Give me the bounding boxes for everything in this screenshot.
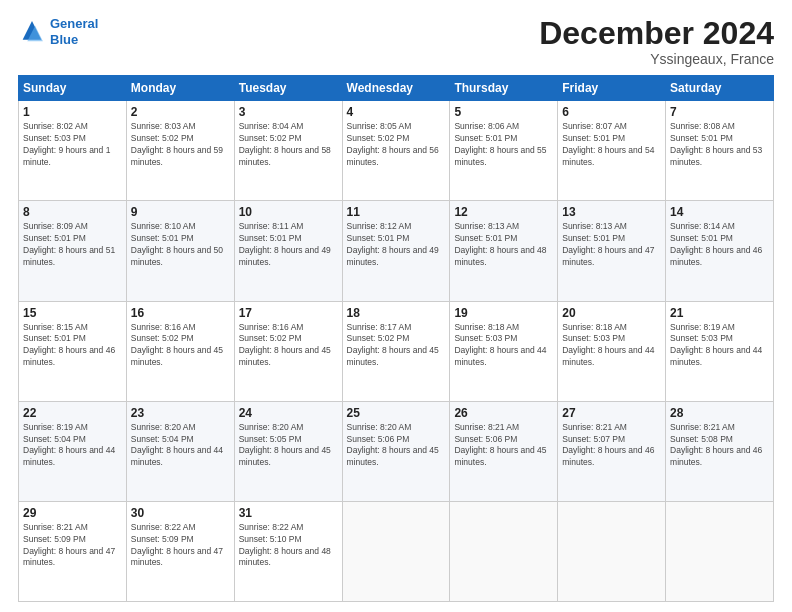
week-row-1: 1Sunrise: 8:02 AMSunset: 5:03 PMDaylight… [19,101,774,201]
day-cell-13: 13Sunrise: 8:13 AMSunset: 5:01 PMDayligh… [558,201,666,301]
day-cell-18: 18Sunrise: 8:17 AMSunset: 5:02 PMDayligh… [342,301,450,401]
header-saturday: Saturday [666,76,774,101]
day-cell-19: 19Sunrise: 8:18 AMSunset: 5:03 PMDayligh… [450,301,558,401]
header-friday: Friday [558,76,666,101]
day-cell-16: 16Sunrise: 8:16 AMSunset: 5:02 PMDayligh… [126,301,234,401]
day-cell-21: 21Sunrise: 8:19 AMSunset: 5:03 PMDayligh… [666,301,774,401]
header: General Blue December 2024 Yssingeaux, F… [18,16,774,67]
day-cell-24: 24Sunrise: 8:20 AMSunset: 5:05 PMDayligh… [234,401,342,501]
day-cell-empty [450,501,558,601]
day-cell-20: 20Sunrise: 8:18 AMSunset: 5:03 PMDayligh… [558,301,666,401]
day-cell-10: 10Sunrise: 8:11 AMSunset: 5:01 PMDayligh… [234,201,342,301]
header-sunday: Sunday [19,76,127,101]
day-cell-26: 26Sunrise: 8:21 AMSunset: 5:06 PMDayligh… [450,401,558,501]
day-cell-23: 23Sunrise: 8:20 AMSunset: 5:04 PMDayligh… [126,401,234,501]
day-cell-25: 25Sunrise: 8:20 AMSunset: 5:06 PMDayligh… [342,401,450,501]
day-cell-1: 1Sunrise: 8:02 AMSunset: 5:03 PMDaylight… [19,101,127,201]
day-cell-15: 15Sunrise: 8:15 AMSunset: 5:01 PMDayligh… [19,301,127,401]
day-cell-5: 5Sunrise: 8:06 AMSunset: 5:01 PMDaylight… [450,101,558,201]
week-row-2: 8Sunrise: 8:09 AMSunset: 5:01 PMDaylight… [19,201,774,301]
day-cell-11: 11Sunrise: 8:12 AMSunset: 5:01 PMDayligh… [342,201,450,301]
week-row-4: 22Sunrise: 8:19 AMSunset: 5:04 PMDayligh… [19,401,774,501]
logo: General Blue [18,16,98,47]
day-cell-14: 14Sunrise: 8:14 AMSunset: 5:01 PMDayligh… [666,201,774,301]
logo-line2: Blue [50,32,78,47]
day-cell-28: 28Sunrise: 8:21 AMSunset: 5:08 PMDayligh… [666,401,774,501]
day-cell-empty [666,501,774,601]
day-cell-3: 3Sunrise: 8:04 AMSunset: 5:02 PMDaylight… [234,101,342,201]
logo-icon [18,18,46,46]
day-cell-empty [342,501,450,601]
day-cell-22: 22Sunrise: 8:19 AMSunset: 5:04 PMDayligh… [19,401,127,501]
calendar-page: General Blue December 2024 Yssingeaux, F… [0,0,792,612]
week-row-3: 15Sunrise: 8:15 AMSunset: 5:01 PMDayligh… [19,301,774,401]
week-row-5: 29Sunrise: 8:21 AMSunset: 5:09 PMDayligh… [19,501,774,601]
day-cell-8: 8Sunrise: 8:09 AMSunset: 5:01 PMDaylight… [19,201,127,301]
title-area: December 2024 Yssingeaux, France [539,16,774,67]
day-cell-empty [558,501,666,601]
header-monday: Monday [126,76,234,101]
day-cell-7: 7Sunrise: 8:08 AMSunset: 5:01 PMDaylight… [666,101,774,201]
day-cell-9: 9Sunrise: 8:10 AMSunset: 5:01 PMDaylight… [126,201,234,301]
logo-line1: General [50,16,98,31]
day-cell-2: 2Sunrise: 8:03 AMSunset: 5:02 PMDaylight… [126,101,234,201]
header-wednesday: Wednesday [342,76,450,101]
location: Yssingeaux, France [539,51,774,67]
day-cell-12: 12Sunrise: 8:13 AMSunset: 5:01 PMDayligh… [450,201,558,301]
logo-text: General Blue [50,16,98,47]
month-title: December 2024 [539,16,774,51]
day-cell-31: 31Sunrise: 8:22 AMSunset: 5:10 PMDayligh… [234,501,342,601]
calendar-header-row: Sunday Monday Tuesday Wednesday Thursday… [19,76,774,101]
day-cell-6: 6Sunrise: 8:07 AMSunset: 5:01 PMDaylight… [558,101,666,201]
day-cell-29: 29Sunrise: 8:21 AMSunset: 5:09 PMDayligh… [19,501,127,601]
calendar-table: Sunday Monday Tuesday Wednesday Thursday… [18,75,774,602]
header-tuesday: Tuesday [234,76,342,101]
day-cell-27: 27Sunrise: 8:21 AMSunset: 5:07 PMDayligh… [558,401,666,501]
header-thursday: Thursday [450,76,558,101]
day-cell-30: 30Sunrise: 8:22 AMSunset: 5:09 PMDayligh… [126,501,234,601]
day-cell-17: 17Sunrise: 8:16 AMSunset: 5:02 PMDayligh… [234,301,342,401]
day-cell-4: 4Sunrise: 8:05 AMSunset: 5:02 PMDaylight… [342,101,450,201]
